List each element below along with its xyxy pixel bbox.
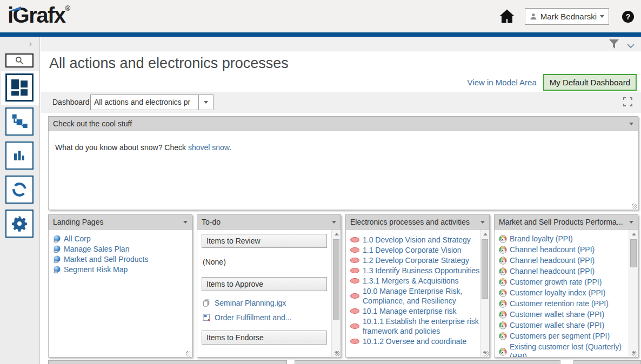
landing-page-item[interactable]: Manage Sales Plan (53, 245, 190, 253)
todo-item[interactable]: Seminar Planning.igx (203, 299, 331, 307)
panel-todo-header[interactable]: To-do (197, 214, 341, 230)
resize-grip[interactable] (632, 351, 637, 356)
resize-grip[interactable] (335, 351, 340, 356)
filter-button[interactable] (609, 39, 619, 51)
sidebar-item-process-hierarchy[interactable] (5, 107, 34, 136)
resize-grip[interactable] (483, 351, 489, 356)
landing-page-item[interactable]: Segment Risk Map (53, 266, 190, 274)
sidebar-item-dashboards[interactable] (5, 73, 34, 102)
indicator-item[interactable]: Customer loyalty index (PPI) (499, 288, 629, 298)
todo-scrollbar[interactable] (331, 230, 340, 357)
indicator-item[interactable]: Brand loyalty (PPI) (499, 234, 629, 244)
sidebar-item-settings[interactable] (5, 210, 34, 238)
panel-collapse-caret-icon[interactable] (332, 221, 336, 224)
process-link[interactable]: 1.2 Develop Corporate Strategy (363, 255, 469, 265)
todo-section-endorse[interactable]: Items to Endorse (202, 331, 327, 345)
indicator-item[interactable]: Channel headcount (PPI) (499, 266, 629, 276)
resize-grip[interactable] (186, 351, 191, 356)
process-link[interactable]: 10.1 Manage enterprise risk (363, 306, 457, 316)
scroll-up-arrow-icon[interactable] (332, 230, 341, 238)
process-link[interactable]: 10.0 Manage Enterprise Risk, Compliance,… (363, 286, 480, 306)
process-item[interactable]: 1.0 Develop Vision and Strategy (350, 235, 480, 245)
indicator-item[interactable]: Customer retention rate (PPI) (499, 299, 629, 308)
process-link[interactable]: 1.3.1 Mergers & Acquisitions (363, 276, 458, 286)
indicator-item[interactable]: Channel headcount (PPI) (499, 245, 629, 254)
process-shape-icon (350, 268, 359, 273)
scrollbar-thumb[interactable] (482, 239, 488, 299)
indicator-link[interactable]: Customer wallet share (PPI) (510, 309, 604, 319)
home-button[interactable] (499, 9, 515, 24)
panel-market-header[interactable]: Market and Sell Products Performa... (494, 214, 638, 230)
scroll-up-arrow-icon[interactable] (480, 230, 490, 238)
indicator-link[interactable]: Channel headcount (PPI) (510, 255, 595, 265)
panel-cool-stuff-header[interactable]: Check out the cool stuff (48, 116, 638, 131)
electronics-scrollbar[interactable] (480, 230, 489, 357)
scrollbar-thumb[interactable] (333, 239, 339, 320)
user-menu[interactable]: Mark Bednarski (525, 8, 609, 25)
indicator-link[interactable]: Customer growth rate (PPI) (510, 277, 602, 287)
process-item[interactable]: 1.1 Develop Corporate Vision (350, 245, 480, 255)
indicator-link[interactable]: Channel headcount (PPI) (510, 266, 595, 276)
indicator-item[interactable]: Channel headcount (PPI) (499, 255, 629, 265)
scrollbar-thumb[interactable] (630, 239, 637, 267)
indicator-link[interactable]: Customer wallet share (PPI) (510, 320, 604, 330)
fullscreen-button[interactable] (623, 97, 632, 109)
indicator-link[interactable]: Customer loyalty index (PPI) (510, 288, 605, 298)
process-link[interactable]: 1.0 Develop Vision and Strategy (363, 235, 471, 245)
indicator-item[interactable]: Existing customer lost (Quarterly) (PPI) (499, 342, 629, 358)
process-link[interactable]: 10.1.2 Oversee and coordinate (363, 336, 466, 346)
indicator-link[interactable]: Customers per segment (PPI) (510, 331, 610, 341)
dashboard-select[interactable]: All actions and electronics pr (90, 95, 198, 110)
process-item[interactable]: 1.2 Develop Corporate Strategy (350, 255, 480, 265)
landing-page-link[interactable]: All Corp (64, 235, 91, 243)
process-item[interactable]: 10.0 Manage Enterprise Risk, Compliance,… (350, 286, 480, 306)
indicator-item[interactable]: Customer wallet share (PPI) (499, 309, 629, 319)
resize-grip[interactable] (632, 204, 637, 209)
process-item[interactable]: 1.3.1 Mergers & Acquisitions (350, 276, 480, 286)
panel-collapse-caret-icon[interactable] (480, 221, 485, 224)
document-stack-icon (203, 299, 211, 307)
sidebar-expand-chevron-icon[interactable]: › (29, 39, 32, 49)
market-scrollbar[interactable] (629, 230, 638, 357)
process-link[interactable]: 1.3 Identify Business Opportunities (363, 266, 479, 275)
indicator-link[interactable]: Customer retention rate (PPI) (510, 299, 609, 308)
landing-page-item[interactable]: All Corp (53, 235, 190, 243)
toolbar-chevron-down-icon[interactable] (627, 41, 635, 51)
panel-collapse-caret-icon[interactable] (629, 123, 633, 125)
help-button[interactable]: ? (622, 11, 634, 23)
indicator-item[interactable]: Customer wallet share (PPI) (499, 320, 629, 330)
view-in-model-area-link[interactable]: View in Model Area (468, 78, 537, 87)
process-link[interactable]: 10.1.1 Establish the enterprise risk fra… (363, 316, 480, 336)
panel-electronics-header[interactable]: Electronics processes and activities (345, 214, 490, 230)
indicator-link[interactable]: Brand loyalty (PPI) (510, 234, 573, 244)
todo-item-link[interactable]: Seminar Planning.igx (215, 299, 286, 307)
todo-item-link[interactable]: Order Fulfillment and... (215, 313, 291, 322)
process-item[interactable]: 1.3 Identify Business Opportunities (350, 266, 480, 275)
dashboard-select-caret-button[interactable] (198, 95, 213, 110)
process-item[interactable]: 10.1.2 Oversee and coordinate (350, 336, 480, 346)
panel-collapse-caret-icon[interactable] (183, 221, 188, 224)
sidebar-item-cycles[interactable] (5, 176, 34, 204)
my-default-dashboard-button[interactable]: My Default Dashboard (543, 74, 637, 91)
process-item[interactable]: 10.1.1 Establish the enterprise risk fra… (350, 316, 480, 336)
indicator-link[interactable]: Channel headcount (PPI) (510, 245, 595, 254)
indicator-link[interactable]: Existing customer lost (Quarterly) (PPI) (510, 342, 629, 358)
sidebar-item-reports[interactable] (5, 141, 34, 170)
panel-landing-header[interactable]: Landing Pages (48, 214, 192, 230)
indicator-item[interactable]: Customer growth rate (PPI) (499, 277, 629, 287)
landing-page-item[interactable]: Market and Sell Products (53, 255, 190, 264)
shovel-snow-link[interactable]: shovel snow (188, 143, 229, 152)
landing-page-link[interactable]: Market and Sell Products (64, 255, 148, 264)
todo-section-review[interactable]: Items to Review (202, 234, 327, 248)
process-link[interactable]: 1.1 Develop Corporate Vision (363, 245, 462, 255)
page-title: All actions and electronics processes (49, 55, 289, 72)
process-item[interactable]: 10.1 Manage enterprise risk (350, 306, 480, 316)
panel-collapse-caret-icon[interactable] (629, 221, 633, 224)
indicator-item[interactable]: Customers per segment (PPI) (499, 331, 629, 341)
landing-page-link[interactable]: Manage Sales Plan (64, 245, 129, 253)
scroll-up-arrow-icon[interactable] (629, 230, 638, 238)
sidebar-search-button[interactable] (5, 53, 34, 68)
todo-section-approve[interactable]: Items to Approve (202, 277, 327, 291)
todo-item[interactable]: Order Fulfillment and... (203, 313, 331, 322)
landing-page-link[interactable]: Segment Risk Map (64, 266, 128, 274)
